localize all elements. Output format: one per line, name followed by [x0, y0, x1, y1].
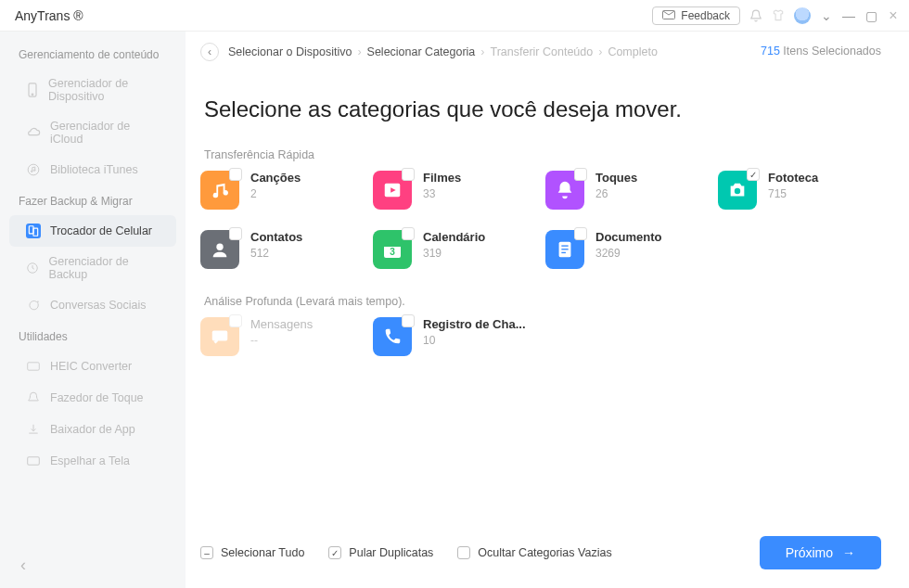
phone-call-icon — [373, 317, 412, 356]
category-document[interactable]: Documento3269 — [545, 230, 709, 269]
titlebar-right: Feedback ⌄ — ▢ × — [652, 6, 900, 25]
sidebar-item-label: Gerenciador de Dispositivo — [48, 77, 160, 103]
selected-count-number: 715 — [761, 45, 780, 58]
category-grid-fast: Canções2 Filmes33 Toques26 ✓ — [200, 171, 881, 269]
sidebar-item-social-chats[interactable]: Conversas Sociais — [9, 289, 176, 321]
category-count: 10 — [423, 334, 526, 347]
next-button-label: Próximo — [786, 545, 833, 560]
svg-rect-20 — [561, 252, 566, 253]
checkbox-icon[interactable] — [402, 227, 415, 240]
sidebar-item-label: HEIC Converter — [50, 360, 132, 373]
download-icon — [26, 422, 41, 437]
avatar[interactable] — [794, 7, 811, 24]
category-count: 26 — [595, 187, 637, 200]
category-tones[interactable]: Toques26 — [545, 171, 709, 210]
sidebar-item-app-download[interactable]: Baixador de App — [9, 414, 176, 445]
category-label: Filmes — [423, 171, 461, 185]
checkbox-icon[interactable]: ✓ — [747, 168, 760, 181]
sidebar-item-label: Trocador de Celular — [50, 224, 152, 237]
svg-point-2 — [32, 94, 33, 96]
sidebar-item-backup-manager[interactable]: Gerenciador de Backup — [9, 247, 176, 289]
category-calendar[interactable]: 3 Calendário319 — [373, 230, 536, 269]
bell-icon — [26, 390, 41, 405]
phone-icon — [26, 83, 39, 97]
document-icon — [545, 230, 584, 269]
breadcrumb-step-2[interactable]: Selecionar Categoria — [367, 45, 476, 58]
category-label: Toques — [595, 171, 637, 185]
sidebar-item-label: Gerenciador de iCloud — [50, 120, 160, 146]
category-count: -- — [250, 334, 313, 347]
selected-count-label: Itens Selecionados — [783, 45, 881, 58]
maximize-button[interactable]: ▢ — [864, 9, 877, 22]
sidebar-item-device-manager[interactable]: Gerenciador de Dispositivo — [9, 69, 176, 111]
sidebar-collapse-button[interactable]: ‹ — [20, 556, 26, 575]
sidebar-item-label: Espelhar a Tela — [50, 454, 130, 467]
checkbox-label: Ocultar Categorias Vazias — [478, 546, 611, 559]
select-all-checkbox[interactable]: – Selecionar Tudo — [200, 546, 304, 559]
footer: – Selecionar Tudo ✓ Pular Duplicatas Ocu… — [200, 536, 881, 569]
sidebar-item-label: Fazedor de Toque — [50, 391, 144, 404]
category-label: Mensagens — [250, 317, 313, 331]
sidebar-item-icloud-manager[interactable]: Gerenciador de iCloud — [9, 111, 176, 154]
sidebar-section-backup: Fazer Backup & Migrar — [0, 185, 186, 215]
category-label: Registro de Cha... — [423, 317, 526, 331]
category-movies[interactable]: Filmes33 — [373, 171, 536, 210]
svg-rect-19 — [561, 249, 568, 249]
sidebar-item-mirror[interactable]: Espelhar a Tela — [9, 445, 176, 477]
hide-empty-checkbox[interactable]: Ocultar Categorias Vazias — [457, 546, 611, 559]
breadcrumb-back-button[interactable]: ‹ — [200, 43, 219, 61]
chevron-right-icon: › — [598, 45, 602, 58]
sidebar-item-label: Biblioteca iTunes — [50, 163, 138, 176]
bell-icon — [545, 171, 584, 210]
skip-duplicates-checkbox[interactable]: ✓ Pular Duplicatas — [328, 546, 433, 559]
group-label-fast: Transferência Rápida — [204, 148, 881, 161]
close-button[interactable]: × — [887, 9, 900, 22]
category-contacts[interactable]: Contatos512 — [200, 230, 364, 269]
feedback-button[interactable]: Feedback — [652, 6, 740, 25]
category-messages[interactable]: Mensagens-- — [200, 317, 364, 356]
category-calls[interactable]: Registro de Cha...10 — [373, 317, 536, 356]
svg-rect-9 — [28, 363, 40, 370]
category-label: Calendário — [423, 230, 485, 244]
svg-point-12 — [735, 188, 740, 194]
tshirt-icon[interactable] — [772, 9, 785, 22]
svg-rect-6 — [29, 226, 33, 234]
svg-rect-10 — [28, 457, 40, 465]
camera-icon: ✓ — [718, 171, 757, 210]
envelope-icon — [662, 9, 675, 22]
checkbox-icon[interactable] — [574, 227, 587, 240]
sidebar-item-phone-switcher[interactable]: Trocador de Celular — [9, 215, 176, 247]
category-label: Canções — [250, 171, 301, 185]
bell-icon[interactable] — [749, 9, 762, 22]
cloud-icon — [26, 125, 41, 140]
category-count: 319 — [423, 247, 485, 260]
category-songs[interactable]: Canções2 — [200, 171, 364, 210]
category-count: 512 — [250, 247, 302, 260]
breadcrumb-step-1[interactable]: Selecionar o Dispositivo — [228, 45, 352, 58]
svg-rect-18 — [561, 245, 568, 246]
main: ‹ Selecionar o Dispositivo › Selecionar … — [186, 32, 909, 588]
checkbox-icon[interactable] — [402, 168, 415, 181]
checkbox-icon[interactable] — [574, 168, 587, 181]
dropdown-icon[interactable]: ⌄ — [820, 9, 833, 22]
checkbox-label: Selecionar Tudo — [221, 546, 304, 559]
minimize-button[interactable]: — — [842, 9, 855, 22]
sidebar-item-ringtone[interactable]: Fazedor de Toque — [9, 382, 176, 414]
checkbox-icon[interactable] — [229, 227, 242, 240]
category-count: 3269 — [595, 247, 662, 260]
film-icon — [373, 171, 412, 210]
svg-rect-21 — [212, 331, 228, 341]
sidebar-item-itunes-library[interactable]: Biblioteca iTunes — [9, 154, 176, 185]
next-button[interactable]: Próximo → — [760, 536, 881, 569]
checkbox-icon[interactable] — [229, 168, 242, 181]
sidebar-item-heic[interactable]: HEIC Converter — [9, 351, 176, 382]
category-grid-deep: Mensagens-- Registro de Cha...10 — [200, 317, 881, 356]
group-label-deep: Análise Profunda (Levará mais tempo). — [204, 295, 881, 308]
category-photos[interactable]: ✓ Fototeca715 — [718, 171, 881, 210]
checkbox-checked-icon: ✓ — [328, 546, 341, 559]
checkbox-icon[interactable] — [229, 314, 242, 327]
calendar-icon: 3 — [373, 230, 412, 269]
app-title: AnyTrans ® — [9, 8, 83, 23]
category-label: Fototeca — [768, 171, 818, 185]
checkbox-icon[interactable] — [402, 314, 415, 327]
